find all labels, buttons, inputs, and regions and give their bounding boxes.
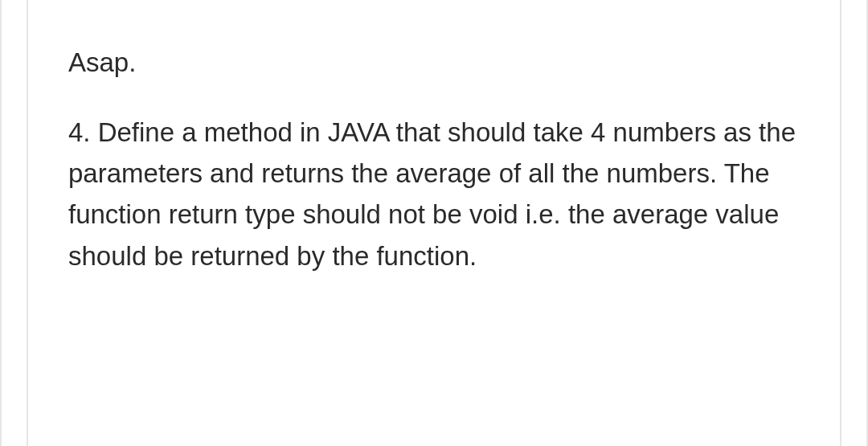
question-text: 4. Define a method in JAVA that should t… bbox=[68, 112, 800, 276]
outer-left-border bbox=[0, 0, 2, 446]
intro-text: Asap. bbox=[68, 44, 800, 81]
document-content: Asap. 4. Define a method in JAVA that sh… bbox=[68, 44, 800, 276]
inner-right-border bbox=[840, 0, 841, 446]
inner-left-border bbox=[27, 0, 28, 446]
